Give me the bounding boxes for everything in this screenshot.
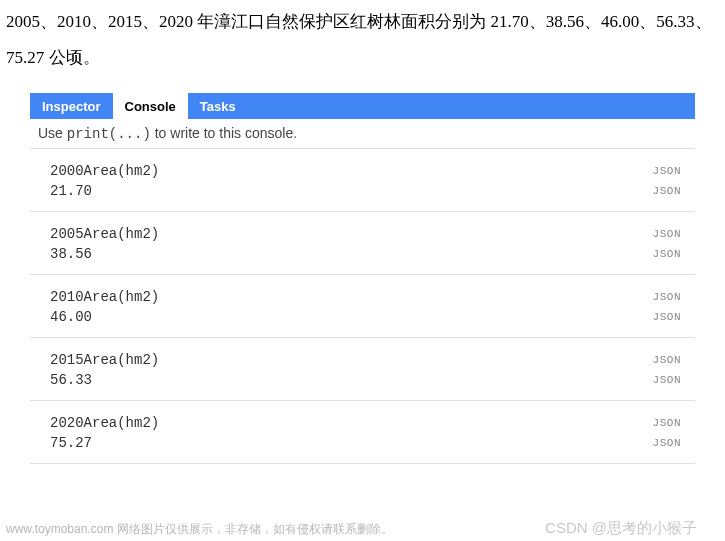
console-entry-row: 46.00JSON bbox=[30, 307, 695, 327]
json-tag[interactable]: JSON bbox=[653, 311, 681, 323]
json-tag[interactable]: JSON bbox=[653, 228, 681, 240]
json-tag[interactable]: JSON bbox=[653, 291, 681, 303]
console-entry-group: 2000Area(hm2)JSON21.70JSON bbox=[30, 149, 695, 212]
tab-bar: Inspector Console Tasks bbox=[30, 93, 695, 119]
hint-suffix: to write to this console. bbox=[151, 125, 297, 141]
json-tag[interactable]: JSON bbox=[653, 417, 681, 429]
hint-code: print(...) bbox=[67, 126, 151, 142]
console-entry-row: 56.33JSON bbox=[30, 370, 695, 390]
console-entry-row: 21.70JSON bbox=[30, 181, 695, 201]
console-entry-label: 2020Area(hm2) bbox=[50, 415, 159, 431]
console-hint: Use print(...) to write to this console. bbox=[30, 119, 695, 149]
console-entry-row: 2010Area(hm2)JSON bbox=[30, 287, 695, 307]
console-entry-label: 2000Area(hm2) bbox=[50, 163, 159, 179]
console-entry-value: 21.70 bbox=[50, 183, 92, 199]
console-entry-group: 2020Area(hm2)JSON75.27JSON bbox=[30, 401, 695, 464]
json-tag[interactable]: JSON bbox=[653, 354, 681, 366]
console-body: 2000Area(hm2)JSON21.70JSON2005Area(hm2)J… bbox=[30, 149, 695, 464]
console-entry-row: 2000Area(hm2)JSON bbox=[30, 161, 695, 181]
console-entry-group: 2005Area(hm2)JSON38.56JSON bbox=[30, 212, 695, 275]
footer-watermark-left: www.toymoban.com 网络图片仅供展示，非存储，如有侵权请联系删除。 bbox=[6, 521, 393, 538]
json-tag[interactable]: JSON bbox=[653, 374, 681, 386]
json-tag[interactable]: JSON bbox=[653, 248, 681, 260]
console-entry-row: 38.56JSON bbox=[30, 244, 695, 264]
console-panel: Inspector Console Tasks Use print(...) t… bbox=[30, 93, 695, 464]
console-entry-value: 38.56 bbox=[50, 246, 92, 262]
console-entry-row: 2020Area(hm2)JSON bbox=[30, 413, 695, 433]
console-entry-label: 2005Area(hm2) bbox=[50, 226, 159, 242]
console-entry-label: 2010Area(hm2) bbox=[50, 289, 159, 305]
console-entry-value: 46.00 bbox=[50, 309, 92, 325]
console-entry-group: 2015Area(hm2)JSON56.33JSON bbox=[30, 338, 695, 401]
console-entry-group: 2010Area(hm2)JSON46.00JSON bbox=[30, 275, 695, 338]
console-entry-row: 75.27JSON bbox=[30, 433, 695, 453]
console-entry-value: 75.27 bbox=[50, 435, 92, 451]
json-tag[interactable]: JSON bbox=[653, 437, 681, 449]
footer-watermark-right: CSDN @思考的小猴子 bbox=[545, 519, 697, 538]
json-tag[interactable]: JSON bbox=[653, 165, 681, 177]
console-entry-row: 2005Area(hm2)JSON bbox=[30, 224, 695, 244]
console-entry-label: 2015Area(hm2) bbox=[50, 352, 159, 368]
tab-tasks[interactable]: Tasks bbox=[188, 93, 248, 119]
hint-prefix: Use bbox=[38, 125, 67, 141]
tab-console[interactable]: Console bbox=[113, 93, 188, 119]
console-entry-value: 56.33 bbox=[50, 372, 92, 388]
description-text: 2005、2010、2015、2020 年漳江口自然保护区红树林面积分别为 21… bbox=[0, 0, 725, 93]
json-tag[interactable]: JSON bbox=[653, 185, 681, 197]
tab-inspector[interactable]: Inspector bbox=[30, 93, 113, 119]
console-entry-row: 2015Area(hm2)JSON bbox=[30, 350, 695, 370]
